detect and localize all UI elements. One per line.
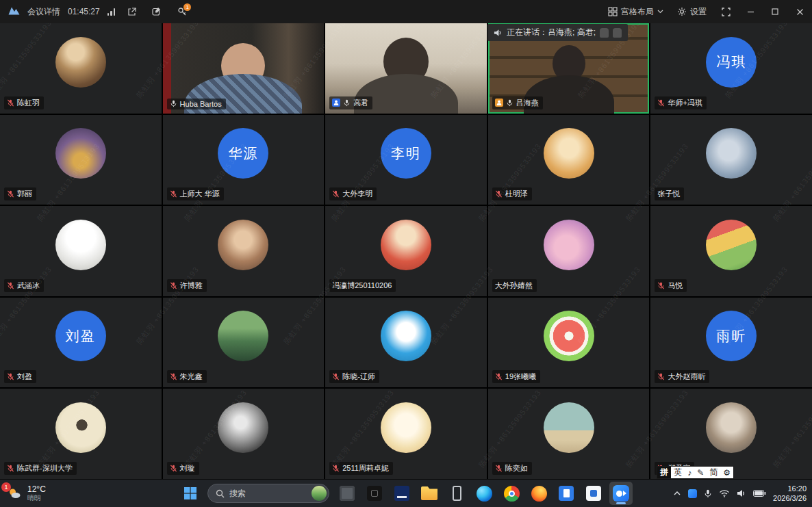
participant-tile[interactable]: 朱光鑫 (163, 298, 325, 388)
participant-tile[interactable]: Huba Bartos (163, 23, 325, 114)
participant-tile[interactable]: 杜明泽 (488, 115, 650, 205)
participant-name-label: 杜明泽 (492, 187, 532, 200)
ime-item[interactable]: ♪ (685, 467, 694, 478)
tray-mic-icon[interactable] (704, 489, 712, 498)
mic-icon (170, 282, 177, 289)
participant-name: 朱光鑫 (180, 372, 203, 382)
participant-tile[interactable]: 19张曦曦 (488, 298, 650, 388)
ime-item[interactable]: 简 (707, 467, 720, 478)
layout-label: 宫格布局 (621, 6, 654, 18)
minimize-button[interactable] (738, 0, 763, 23)
participant-name: 华师+冯琪 (668, 98, 702, 108)
tray-chevron-up-icon[interactable] (673, 491, 681, 496)
ime-item[interactable]: 拼 (657, 467, 671, 478)
ime-item[interactable]: ⚙ (720, 467, 733, 478)
mic-icon (7, 190, 14, 198)
ime-toolbar[interactable]: 拼英♪✎简⚙ (657, 466, 734, 479)
photo-avatar (55, 37, 106, 88)
tray-meeting-icon[interactable] (688, 489, 697, 498)
role-badge-icon (332, 99, 340, 107)
meeting-details-button[interactable]: 会议详情 (27, 0, 60, 23)
maximize-button[interactable] (763, 0, 787, 23)
photo-avatar (218, 402, 268, 453)
participant-name: 刘盈 (17, 372, 32, 382)
participant-tile[interactable]: 郭丽 (0, 115, 162, 205)
close-button[interactable] (787, 0, 812, 23)
participant-name-label: 2511周莉卓妮 (329, 462, 393, 475)
participant-tile[interactable]: 华源上师大 华源 (163, 115, 325, 205)
taskbar-app-google-chrome[interactable] (500, 482, 523, 505)
wifi-icon[interactable] (719, 489, 730, 497)
participant-name-label: 郭丽 (4, 187, 36, 200)
security-key-icon[interactable]: 1 (173, 0, 191, 23)
mic-icon (495, 190, 503, 198)
participant-tile[interactable]: 冯琪华师+冯琪 (650, 23, 812, 114)
fullscreen-icon (722, 8, 731, 16)
taskbar-search[interactable]: 搜索 (207, 484, 329, 503)
taskbar-app-tencent-meeting[interactable] (609, 482, 633, 505)
participant-name: Huba Bartos (180, 100, 222, 108)
participant-name-label: 大外孙婧然 (492, 279, 537, 292)
weather-widget[interactable]: 1 12°C 晴朗 (7, 484, 46, 502)
battery-icon[interactable] (753, 490, 766, 497)
participant-tile[interactable]: 陈奕如 (488, 389, 650, 479)
participant-tile[interactable]: 雨昕大外赵雨昕 (650, 298, 812, 388)
taskbar-app-phone-link[interactable] (445, 482, 468, 505)
start-button[interactable] (179, 482, 201, 504)
participant-tile[interactable]: 2511周莉卓妮 (325, 389, 487, 479)
gesture-icon (600, 28, 609, 38)
participant-tile[interactable]: 陈虹羽 (0, 23, 162, 114)
ime-item[interactable]: 英 (671, 467, 685, 478)
pop-out-icon[interactable] (123, 0, 140, 23)
taskbar-app-docs-app[interactable] (555, 482, 578, 505)
app-logo-icon (8, 6, 20, 17)
participant-tile[interactable]: 陈晓-辽师 (325, 298, 487, 388)
taskbar-app-file-explorer[interactable] (418, 482, 441, 505)
mic-icon (657, 373, 665, 380)
participant-tile[interactable]: 刘璇 (163, 389, 325, 479)
active-speaker-toast: 正在讲话：吕海燕; 高君; (487, 24, 628, 41)
taskbar-app-office-app[interactable] (582, 482, 605, 505)
settings-label: 设置 (690, 6, 707, 18)
participant-tile[interactable]: 马悦 (650, 206, 812, 296)
taskbar-clock[interactable]: 16:20 2026/3/26 (773, 484, 807, 504)
participant-tile[interactable]: 冯瀛博250110206 (325, 206, 487, 296)
taskbar-app-notes-app[interactable] (363, 482, 386, 505)
participant-name: 大外孙婧然 (495, 281, 533, 291)
mic-icon (495, 465, 503, 472)
participant-tile[interactable]: 陈武群-深圳大学 (0, 389, 162, 479)
mic-icon (506, 99, 513, 107)
taskbar-app-oxford-dictionary[interactable] (390, 482, 414, 505)
annotation-icon[interactable] (148, 0, 166, 23)
taskbar-app-screenshot-tool[interactable] (335, 482, 359, 505)
participant-tile[interactable]: 高君 (325, 23, 487, 114)
ime-item[interactable]: ✎ (694, 467, 707, 478)
participant-tile[interactable]: 武涵冰 (0, 206, 162, 296)
volume-icon[interactable] (737, 489, 746, 497)
participant-tile[interactable]: 李明大外李明 (325, 115, 487, 205)
layout-switch-button[interactable]: 宫格布局 (601, 0, 670, 23)
photo-avatar (55, 220, 106, 270)
notification-badge: 1 (1, 482, 11, 492)
participant-name-label: 刘璇 (167, 462, 199, 475)
fullscreen-button[interactable] (713, 0, 738, 23)
settings-button[interactable]: 设置 (670, 0, 713, 23)
photo-avatar (381, 220, 431, 270)
search-highlight-image[interactable] (312, 486, 327, 501)
mic-icon (343, 99, 351, 107)
participant-tile[interactable]: 大外孙婧然 (488, 206, 650, 296)
taskbar-app-microsoft-edge[interactable] (472, 482, 496, 505)
participant-tile[interactable]: 许博雅 (163, 206, 325, 296)
participant-name: 冯瀛博250110206 (332, 281, 392, 291)
participant-name-label: 高君 (329, 96, 372, 109)
participant-tile[interactable]: 张子悦 (650, 115, 812, 205)
taskbar-app-firefox[interactable] (527, 482, 550, 505)
initials-avatar: 刘盈 (55, 311, 106, 361)
network-signal-icon[interactable] (107, 8, 116, 16)
mic-icon (7, 373, 14, 380)
mic-icon (170, 373, 177, 380)
participant-name: 张子悦 (657, 189, 680, 199)
participant-name-label: 吕海燕 (492, 96, 543, 109)
key-badge: 1 (183, 3, 191, 11)
participant-tile[interactable]: 刘盈刘盈 (0, 298, 162, 388)
